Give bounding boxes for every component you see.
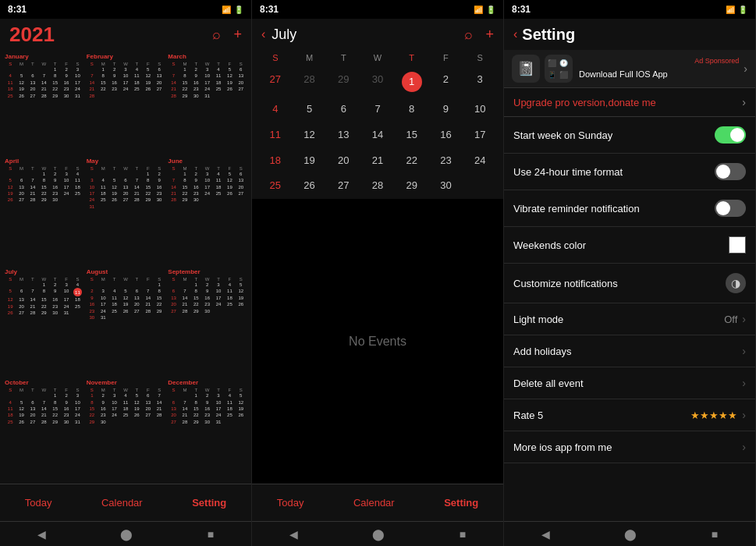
mini-month-november: NovemberSMTWTFS1234567891011121314151617…	[87, 379, 165, 480]
day-19[interactable]: 19	[293, 148, 327, 174]
day-29[interactable]: 29	[395, 173, 429, 199]
toggle-24hour[interactable]	[715, 163, 746, 180]
day-29[interactable]: 29	[326, 67, 360, 97]
setting-weekends-color[interactable]: Weekends color	[504, 227, 755, 264]
footer-calendar-2[interactable]: Calendar	[347, 491, 401, 515]
footer-today-2[interactable]: Today	[271, 491, 311, 515]
day-10[interactable]: 10	[463, 97, 497, 122]
recent-nav-2[interactable]: ■	[460, 528, 466, 541]
day-9[interactable]: 9	[429, 97, 463, 122]
settings-back-button[interactable]: ‹	[513, 27, 517, 41]
day-header-wed: W	[360, 50, 395, 66]
home-nav-3[interactable]: ⬤	[624, 528, 637, 541]
day-22[interactable]: 22	[395, 148, 429, 174]
toggle-knob-start-week	[730, 128, 744, 142]
time-3: 8:31	[512, 4, 531, 15]
day-3[interactable]: 3	[463, 67, 497, 97]
toggle-start-week[interactable]	[715, 126, 746, 144]
year-title: 2021	[9, 23, 55, 47]
setting-customize-notif-right: ◑	[726, 273, 746, 293]
day-2[interactable]: 2	[429, 67, 463, 97]
ad-banner[interactable]: 📓 ⬛🕐 📱⬛ Ad Sponsored Download Full IOS A…	[504, 50, 755, 88]
add-button-month[interactable]: +	[485, 27, 494, 43]
back-button-month[interactable]: ‹	[261, 27, 265, 41]
setting-light-mode[interactable]: Light mode Off ›	[504, 303, 755, 335]
footer-setting-1[interactable]: Setting	[186, 491, 232, 515]
day-24[interactable]: 24	[463, 148, 497, 174]
day-17[interactable]: 17	[463, 122, 497, 148]
wifi-icon-2: 📶	[474, 5, 483, 14]
day-7[interactable]: 7	[360, 97, 395, 122]
day-8[interactable]: 8	[395, 97, 429, 122]
mini-month-december: DecemberSMTWTFS1234567891011121314151617…	[168, 379, 247, 480]
weekends-color-swatch[interactable]	[729, 236, 746, 254]
day-15[interactable]: 15	[395, 122, 429, 148]
setting-start-week[interactable]: Start week on Sunday	[504, 117, 755, 154]
day-header-tue: T	[326, 50, 360, 66]
day-13[interactable]: 13	[326, 122, 360, 148]
day-28b[interactable]: 28	[360, 173, 395, 199]
setting-rate[interactable]: Rate 5 ★★★★★ ›	[504, 399, 755, 431]
month-header: ‹ July ⌕ +	[252, 19, 503, 50]
day-11[interactable]: 11	[258, 122, 293, 148]
home-nav-1[interactable]: ⬤	[120, 528, 133, 541]
day-25[interactable]: 25	[258, 173, 293, 199]
day-4[interactable]: 4	[258, 97, 293, 122]
setting-light-mode-label: Light mode	[513, 314, 724, 325]
footer-calendar-1[interactable]: Calendar	[95, 491, 149, 515]
day-30[interactable]: 30	[429, 173, 463, 199]
day-27b[interactable]: 27	[326, 173, 360, 199]
settings-list: Start week on Sunday Use 24-hour time fo…	[504, 117, 755, 521]
wifi-icon: 📶	[222, 5, 231, 14]
ad-arrow-icon: ›	[744, 62, 747, 75]
day-18[interactable]: 18	[258, 148, 293, 174]
setting-vibrate[interactable]: Vibrate reminder notification	[504, 190, 755, 227]
setting-customize-notif[interactable]: Customize notifications ◑	[504, 264, 755, 303]
day-21[interactable]: 21	[360, 148, 395, 174]
setting-24hour[interactable]: Use 24-hour time format	[504, 154, 755, 190]
month-week-5: 25 26 27 28 29 30	[258, 173, 497, 199]
day-14[interactable]: 14	[360, 122, 395, 148]
day-30[interactable]: 30	[360, 67, 395, 97]
toggle-vibrate[interactable]	[715, 200, 746, 217]
day-12[interactable]: 12	[293, 122, 327, 148]
recent-nav-1[interactable]: ■	[208, 528, 214, 541]
day-1-today[interactable]: 1	[395, 67, 429, 97]
setting-weekends-color-right	[729, 236, 746, 254]
battery-icon-3: 🔋	[738, 5, 747, 14]
upgrade-row[interactable]: Upgrade pro version,donate me ›	[504, 88, 755, 117]
day-26[interactable]: 26	[293, 173, 327, 199]
setting-more-apps-label: More ios app from me	[513, 441, 742, 453]
nav-bar-3: ◀ ⬤ ■	[504, 521, 755, 546]
setting-add-holidays[interactable]: Add holidays ›	[504, 335, 755, 367]
footer-setting-2[interactable]: Setting	[438, 491, 484, 515]
mini-month-october: OctoberSMTWTFS12345678910111213141516171…	[5, 379, 83, 480]
day-20[interactable]: 20	[326, 148, 360, 174]
day-27[interactable]: 27	[258, 67, 293, 97]
battery-icon-2: 🔋	[486, 5, 495, 14]
footer-today-1[interactable]: Today	[19, 491, 59, 515]
setting-more-apps[interactable]: More ios app from me ›	[504, 431, 755, 463]
search-button-month[interactable]: ⌕	[464, 27, 473, 43]
battery-icon: 🔋	[234, 5, 243, 14]
day-28[interactable]: 28	[293, 67, 327, 97]
add-button-year[interactable]: +	[233, 27, 242, 43]
day-16[interactable]: 16	[429, 122, 463, 148]
back-nav-1[interactable]: ◀	[37, 528, 46, 541]
day-23[interactable]: 23	[429, 148, 463, 174]
ad-sponsored-label: Ad Sponsored	[579, 57, 739, 65]
recent-nav-3[interactable]: ■	[712, 528, 718, 541]
setting-add-holidays-arrow: ›	[742, 345, 746, 357]
back-nav-3[interactable]: ◀	[541, 528, 550, 541]
home-nav-2[interactable]: ⬤	[372, 528, 385, 541]
setting-delete-events[interactable]: Delete all event ›	[504, 367, 755, 399]
day-6[interactable]: 6	[326, 97, 360, 122]
setting-24hour-right	[715, 163, 746, 180]
day-5[interactable]: 5	[293, 97, 327, 122]
back-nav-2[interactable]: ◀	[289, 528, 298, 541]
search-button-year[interactable]: ⌕	[212, 27, 221, 43]
month-calendar: S M T W T F S 27 28 29 30 1 2 3 4 5 6	[252, 50, 503, 199]
ad-icons: 📓 ⬛🕐 📱⬛	[512, 55, 573, 83]
mini-month-april: AprilSMTWTFS1234567891011121314151617181…	[5, 158, 83, 265]
setting-vibrate-right	[715, 200, 746, 217]
